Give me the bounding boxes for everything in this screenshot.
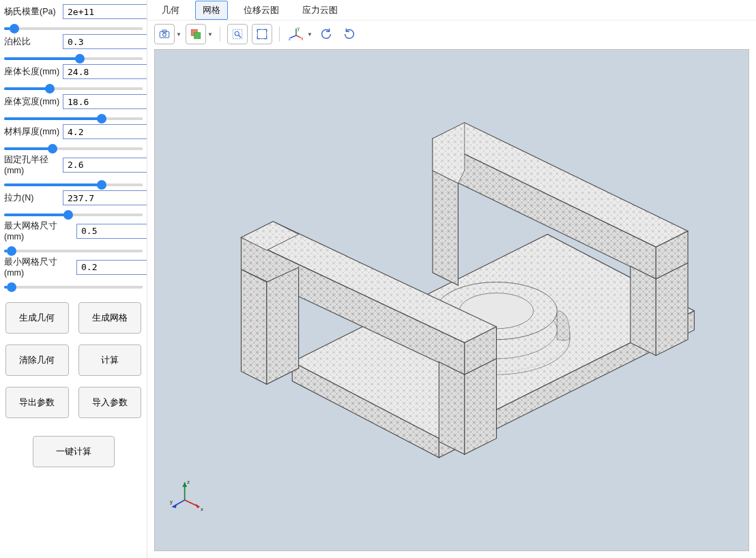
clear-geometry-button[interactable]: 清除几何 — [5, 344, 69, 376]
max-mesh-input[interactable] — [76, 224, 147, 239]
generate-mesh-button[interactable]: 生成网格 — [78, 302, 142, 334]
mesh-render — [197, 70, 707, 520]
param-label: 座体长度(mm) — [4, 66, 60, 78]
view-tabs: 几何 网格 位移云图 应力云图 — [147, 0, 756, 20]
param-label: 杨氏模量(Pa) — [4, 6, 60, 18]
param-poisson-ratio: 泊松比 — [4, 34, 143, 57]
svg-text:y: y — [297, 27, 300, 31]
seat-width-slider[interactable] — [4, 117, 143, 120]
param-min-mesh: 最小网格尺寸(mm) — [4, 256, 143, 286]
svg-rect-8 — [257, 29, 267, 39]
min-mesh-slider[interactable] — [4, 286, 143, 289]
tension-slider[interactable] — [4, 214, 143, 216]
svg-text:x: x — [301, 36, 304, 41]
seat-length-slider[interactable] — [4, 87, 143, 90]
toolbar-separator — [279, 27, 280, 42]
hole-radius-slider[interactable] — [4, 183, 143, 186]
svg-rect-2 — [162, 30, 166, 32]
hole-radius-input[interactable] — [63, 158, 147, 173]
param-label: 固定孔半径(mm) — [4, 154, 60, 175]
tension-input[interactable] — [63, 190, 147, 205]
action-button-grid: 生成几何 生成网格 清除几何 计算 导出参数 导入参数 一键计算 — [4, 302, 143, 467]
3d-viewport[interactable]: x z y — [154, 49, 749, 551]
chevron-down-icon[interactable]: ▼ — [307, 31, 312, 38]
sidebar: 杨氏模量(Pa) 泊松比 座体长度(mm) 座体宽度(mm) — [0, 0, 147, 558]
param-label: 座体宽度(mm) — [4, 96, 60, 108]
axis-y-label: y — [170, 499, 173, 505]
youngs-modulus-input[interactable] — [63, 4, 147, 19]
max-mesh-slider[interactable] — [4, 250, 143, 252]
tab-displacement[interactable]: 位移云图 — [236, 1, 287, 20]
param-material-thickness: 材料厚度(mm) — [4, 124, 143, 147]
axes-xyz-icon[interactable]: x y z — [287, 25, 306, 44]
main-panel: 几何 网格 位移云图 应力云图 ▼ ▼ x — [147, 0, 756, 558]
svg-marker-45 — [172, 503, 177, 508]
svg-marker-30 — [433, 171, 458, 285]
param-max-mesh: 最大网格尺寸(mm) — [4, 220, 143, 250]
param-seat-width: 座体宽度(mm) — [4, 94, 143, 117]
svg-rect-0 — [160, 31, 169, 38]
min-mesh-input[interactable] — [76, 260, 147, 275]
param-youngs-modulus: 杨氏模量(Pa) — [4, 4, 143, 27]
param-label: 最大网格尺寸(mm) — [4, 220, 74, 241]
axis-z-label: z — [187, 479, 190, 485]
tab-stress[interactable]: 应力云图 — [295, 1, 345, 20]
app-root: 杨氏模量(Pa) 泊松比 座体长度(mm) 座体宽度(mm) — [0, 0, 756, 558]
param-hole-radius: 固定孔半径(mm) — [4, 154, 143, 183]
svg-marker-28 — [630, 267, 656, 356]
chevron-down-icon[interactable]: ▼ — [176, 31, 181, 38]
import-params-button[interactable]: 导入参数 — [78, 387, 142, 418]
tab-mesh[interactable]: 网格 — [195, 1, 228, 20]
youngs-modulus-slider[interactable] — [4, 27, 143, 30]
material-thickness-slider[interactable] — [4, 147, 143, 150]
svg-marker-35 — [439, 362, 464, 455]
svg-line-9 — [296, 35, 301, 38]
param-label: 材料厚度(mm) — [4, 126, 60, 138]
svg-marker-29 — [656, 263, 688, 356]
param-label: 泊松比 — [4, 36, 60, 48]
material-thickness-input[interactable] — [63, 124, 147, 139]
svg-marker-43 — [182, 482, 187, 487]
export-params-button[interactable]: 导出参数 — [5, 387, 69, 418]
compute-button[interactable]: 计算 — [78, 344, 142, 376]
param-label: 最小网格尺寸(mm) — [4, 256, 74, 278]
view-toolbar: ▼ ▼ x y z ▼ — [147, 20, 756, 48]
svg-marker-36 — [465, 359, 497, 454]
tab-geometry[interactable]: 几何 — [154, 1, 187, 20]
screenshot-icon[interactable] — [154, 24, 175, 44]
svg-line-7 — [239, 35, 242, 38]
svg-marker-38 — [267, 267, 299, 384]
svg-point-6 — [235, 31, 239, 35]
one-click-compute-button[interactable]: 一键计算 — [33, 436, 115, 467]
poisson-ratio-slider[interactable] — [4, 57, 143, 60]
rotate-ccw-icon[interactable] — [317, 25, 336, 44]
poisson-ratio-input[interactable] — [63, 34, 147, 49]
svg-point-1 — [163, 33, 166, 36]
param-seat-length: 座体长度(mm) — [4, 64, 143, 87]
svg-line-13 — [291, 35, 296, 38]
param-tension: 拉力(N) — [4, 190, 143, 214]
zoom-box-icon[interactable] — [227, 24, 248, 44]
transparency-icon[interactable] — [186, 24, 206, 44]
seat-length-input[interactable] — [63, 64, 147, 79]
svg-text:z: z — [289, 36, 291, 41]
axis-x-label: x — [201, 506, 203, 512]
param-label: 拉力(N) — [4, 192, 60, 204]
rotate-cw-icon[interactable] — [340, 25, 359, 44]
seat-width-input[interactable] — [63, 94, 147, 109]
generate-geometry-button[interactable]: 生成几何 — [5, 302, 69, 334]
zoom-extents-icon[interactable] — [252, 24, 272, 44]
svg-marker-37 — [241, 269, 266, 384]
toolbar-separator — [220, 27, 220, 42]
chevron-down-icon[interactable]: ▼ — [207, 31, 213, 38]
svg-rect-4 — [194, 33, 201, 39]
axis-gizmo-icon: x z y — [170, 478, 205, 513]
